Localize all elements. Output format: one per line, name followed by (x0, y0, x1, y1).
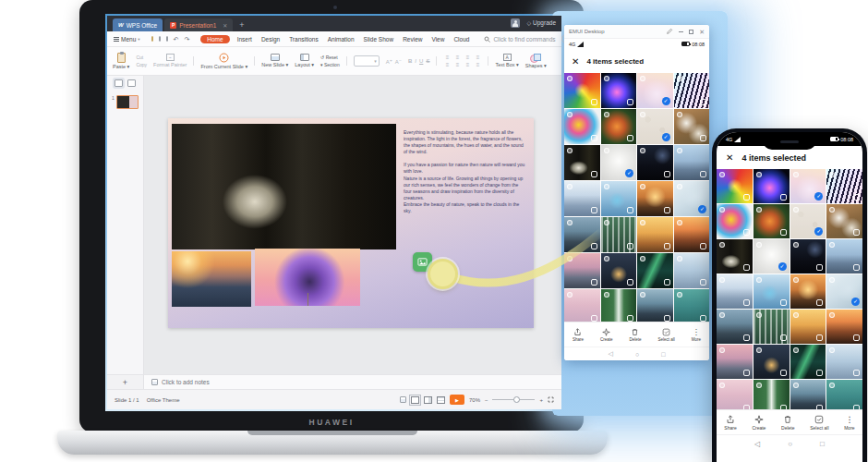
photo-thumb-pale-flower[interactable]: ✓ (790, 169, 826, 203)
photo-thumb-cliff-person[interactable] (674, 145, 710, 180)
checkbox-empty-icon[interactable] (591, 207, 597, 213)
photo-thumb-river-boats[interactable] (674, 289, 710, 322)
zoom-slider[interactable] (492, 399, 535, 400)
theme-name[interactable]: Office Theme (147, 397, 180, 403)
photo-thumb-aurora[interactable] (637, 253, 673, 288)
photo-thumb-rainbow-bird-art[interactable] (717, 204, 753, 238)
emui-window-titlebar[interactable]: EMUI Desktop ✕ (564, 25, 709, 39)
zoom-level[interactable]: 70% (469, 397, 480, 403)
photo-thumb-rainbow-bird-art[interactable] (564, 109, 600, 144)
paragraph-format-group[interactable]: ≡≡≡≡ ≡≡≡≡ (443, 55, 481, 68)
back-button[interactable]: ◁ (754, 440, 760, 462)
photo-thumb-golden-field[interactable] (637, 217, 673, 252)
checkbox-empty-icon[interactable] (700, 135, 706, 141)
checkbox-empty-icon[interactable] (743, 264, 750, 271)
maximize-icon[interactable] (689, 30, 693, 34)
checkbox-empty-icon[interactable] (664, 315, 670, 322)
checkbox-empty-icon[interactable] (591, 135, 597, 141)
redo-icon[interactable]: ↷ (184, 36, 189, 43)
photo-thumb-neon-flower[interactable] (753, 169, 790, 203)
checkbox-empty-icon[interactable] (591, 279, 597, 286)
checkbox-empty-icon[interactable] (664, 279, 670, 286)
photo-thumb-pebbles[interactable]: ✓ (637, 109, 673, 144)
checkbox-empty-icon[interactable] (664, 171, 670, 177)
slide-photo-purple-flower[interactable] (255, 249, 360, 306)
zoom-out-button[interactable]: − (485, 397, 488, 403)
outline-view-toggle[interactable] (127, 79, 136, 87)
tab-transitions[interactable]: Transitions (287, 35, 320, 43)
checkbox-empty-icon[interactable] (627, 279, 633, 286)
checkbox-empty-icon[interactable] (700, 279, 706, 286)
checkbox-empty-icon[interactable] (816, 334, 823, 341)
tab-design[interactable]: Design (259, 35, 282, 43)
cut-button[interactable]: Cut (136, 55, 147, 60)
photo-thumb-sea-stacks[interactable] (564, 217, 600, 252)
photo-thumb-sea-stacks[interactable] (717, 310, 753, 344)
minimize-icon[interactable] (679, 31, 683, 32)
checkbox-empty-icon[interactable] (627, 99, 633, 105)
photo-thumb-snowy-blue-peak[interactable] (674, 253, 710, 288)
increase-font-icon[interactable]: A⁺ (386, 58, 392, 65)
fullscreen-icon[interactable] (548, 396, 554, 403)
zoom-in-button[interactable]: + (539, 397, 543, 403)
photo-thumb-golden-field[interactable] (790, 310, 826, 344)
undo-icon[interactable]: ↶ (174, 36, 179, 43)
checkbox-empty-icon[interactable] (743, 370, 750, 376)
account-avatar[interactable] (511, 18, 520, 28)
drag-cursor-indicator[interactable] (428, 259, 458, 289)
photo-thumb-blue-dress-lake[interactable] (753, 274, 790, 309)
checkbox-empty-icon[interactable] (627, 135, 633, 141)
photo-thumb-lake-rocks[interactable]: ✓ (674, 181, 710, 216)
checkbox-empty-icon[interactable] (700, 243, 706, 249)
checkbox-empty-icon[interactable] (853, 370, 860, 376)
photo-thumb-sunset-tree[interactable] (790, 274, 826, 309)
checkbox-empty-icon[interactable] (743, 299, 750, 306)
photo-thumb-river-boats[interactable] (826, 380, 862, 410)
photo-thumb-forest-bride[interactable] (564, 145, 600, 180)
more-button[interactable]: ⋮ More (692, 328, 701, 342)
select-all-button[interactable]: Select all (657, 328, 674, 342)
tab-slide-show[interactable]: Slide Show (362, 35, 396, 43)
photo-thumb-snowy-blue-peak[interactable] (826, 345, 862, 379)
menu-button[interactable]: Menu ▾ (114, 36, 140, 43)
close-icon[interactable]: ✕ (699, 29, 705, 35)
photo-thumb-lake-rocks[interactable]: ✓ (826, 274, 862, 309)
photo-thumb-jungle-waterfall[interactable] (753, 380, 790, 410)
checkbox-empty-icon[interactable] (853, 264, 860, 271)
home-button[interactable]: ○ (788, 440, 792, 462)
photo-thumb-city-dusk[interactable] (717, 345, 753, 379)
home-button[interactable]: ○ (635, 351, 639, 358)
tab-review[interactable]: Review (401, 35, 424, 43)
from-current-slide-button[interactable]: From Current Slide ▾ (200, 53, 247, 69)
tab-view[interactable]: View (429, 35, 446, 43)
more-button[interactable]: ⋮ More (844, 415, 854, 431)
photo-thumb-white-flowers-autumn[interactable] (826, 204, 862, 238)
tab-animation[interactable]: Animation (326, 35, 356, 43)
checkbox-empty-icon[interactable] (780, 229, 787, 236)
photo-thumb-neon-flower[interactable] (601, 73, 637, 108)
photo-thumb-blue-dress-lake[interactable] (601, 181, 637, 216)
cancel-selection-icon[interactable]: ✕ (726, 152, 733, 163)
checkbox-empty-icon[interactable] (664, 207, 670, 213)
share-button[interactable]: Share (724, 415, 736, 431)
checkbox-empty-icon[interactable] (743, 334, 750, 341)
tab-cloud[interactable]: Cloud (452, 35, 471, 43)
strikethrough-button[interactable]: S (426, 58, 429, 64)
slideshow-play-button[interactable]: ▶ (450, 395, 464, 405)
recents-button[interactable]: □ (661, 351, 665, 358)
checkbox-empty-icon[interactable] (627, 243, 633, 249)
delete-button[interactable]: Delete (781, 415, 794, 431)
checkbox-empty-icon[interactable] (816, 264, 823, 271)
layout-button[interactable]: Layout ▾ (295, 54, 314, 67)
save-icon[interactable] (159, 36, 161, 42)
notes-bar[interactable]: Click to add notes (144, 374, 561, 389)
photo-thumb-aurora[interactable] (790, 345, 826, 379)
create-button[interactable]: Create (600, 328, 613, 342)
checkbox-empty-icon[interactable] (591, 315, 597, 322)
photo-thumb-pink-snow-path[interactable] (564, 289, 600, 322)
checkbox-empty-icon[interactable] (816, 299, 823, 306)
photo-thumb-night-trees[interactable] (637, 145, 673, 180)
slide-thumbnail-1[interactable]: 1 (107, 95, 143, 109)
close-tab-icon[interactable]: ✕ (223, 22, 227, 29)
checkbox-empty-icon[interactable] (780, 370, 787, 376)
